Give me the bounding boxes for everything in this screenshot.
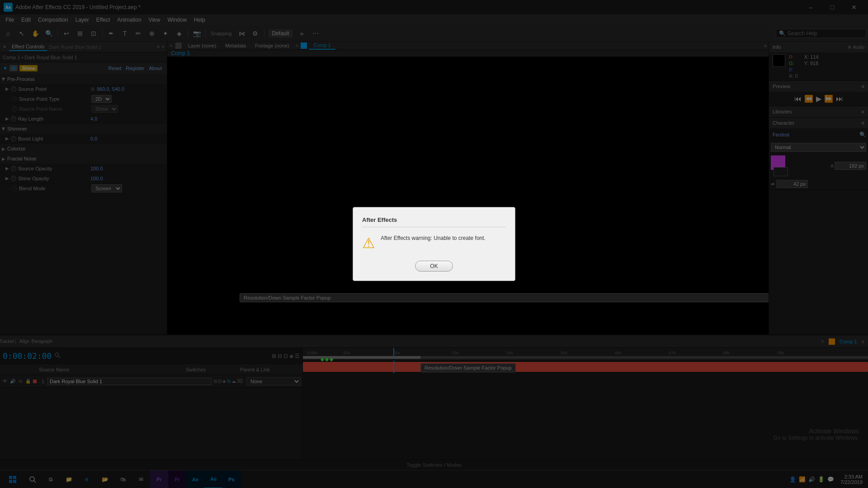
- workspace-selector[interactable]: Default: [269, 29, 293, 38]
- snap-opt[interactable]: ⚙: [249, 27, 262, 40]
- menu-layer[interactable]: Layer: [72, 14, 93, 25]
- audio-icon[interactable]: 🔊: [9, 378, 16, 385]
- solo-icon[interactable]: ⊙: [17, 378, 24, 385]
- text-tool[interactable]: T: [118, 27, 131, 40]
- boost-light-stopwatch[interactable]: ⏱: [11, 136, 16, 141]
- boost-light-arrow[interactable]: ▶: [5, 136, 9, 141]
- timecode-display[interactable]: 0:00:02:00: [3, 351, 52, 361]
- tools-overflow[interactable]: ⋯: [309, 27, 322, 40]
- tab-layer[interactable]: Layer (none): [184, 42, 221, 50]
- stroke-color-swatch[interactable]: [774, 167, 788, 176]
- pre-process-section[interactable]: ▶ Pre-Process: [0, 74, 167, 84]
- mail-icon[interactable]: ✉: [132, 470, 150, 488]
- shine-opacity-value[interactable]: 100.0: [90, 176, 165, 181]
- maximize-button[interactable]: □: [822, 0, 843, 14]
- step-forward-btn[interactable]: ⏩: [824, 94, 833, 103]
- ray-length-stopwatch[interactable]: ⏱: [11, 116, 16, 122]
- new-comp-icon[interactable]: ⊞: [272, 353, 276, 359]
- font-search-icon[interactable]: 🔍: [859, 131, 866, 138]
- source-point-value[interactable]: 960.0, 540.0: [97, 86, 165, 92]
- shimmer-section[interactable]: ▶ Shimmer: [0, 124, 167, 134]
- font-name-label[interactable]: Ferdost: [771, 130, 791, 139]
- about-button[interactable]: About: [146, 65, 164, 71]
- task-view-icon[interactable]: ⧉: [42, 470, 60, 488]
- tab-comp[interactable]: Comp 1: [309, 42, 335, 50]
- parent-dropdown[interactable]: None: [246, 377, 301, 385]
- timeline-comp-tab[interactable]: Comp 1: [840, 339, 857, 344]
- home-tool[interactable]: ⌂: [2, 27, 14, 40]
- src-opacity-arrow[interactable]: ▶: [5, 166, 9, 171]
- tab-footage[interactable]: Footage (none): [250, 42, 293, 50]
- ray-length-arrow[interactable]: ▶: [5, 116, 9, 121]
- ray-length-value[interactable]: 4.0: [90, 116, 165, 122]
- start-button[interactable]: [2, 470, 24, 488]
- minimize-button[interactable]: ‒: [800, 0, 821, 14]
- source-point-type-dropdown[interactable]: 2D 3D: [91, 95, 112, 103]
- src-opacity-stopwatch[interactable]: ⏱: [11, 166, 16, 171]
- snap-tool[interactable]: ⊞: [74, 27, 86, 40]
- shape-tool[interactable]: ◈: [173, 27, 185, 40]
- audio-label[interactable]: Audio: [853, 45, 864, 50]
- 3d-switch[interactable]: 3D: [237, 379, 243, 384]
- panel-menu-icon[interactable]: ≡: [157, 44, 160, 49]
- graph-editor-icon[interactable]: ☰: [295, 353, 300, 359]
- explorer-icon[interactable]: 📁: [60, 470, 78, 488]
- source-opacity-value[interactable]: 100.0: [90, 166, 165, 171]
- skip-start-btn[interactable]: ⏮: [794, 95, 802, 103]
- search-input[interactable]: [788, 30, 860, 37]
- source-point-stopwatch[interactable]: ⏱: [11, 86, 16, 92]
- timeline-menu[interactable]: ≡: [862, 339, 864, 344]
- ps-icon[interactable]: Ps: [222, 470, 241, 488]
- font-size-input[interactable]: [835, 162, 866, 170]
- search-tb-icon[interactable]: [24, 470, 42, 488]
- composition-view[interactable]: [167, 57, 769, 334]
- select-tool[interactable]: ↖: [15, 27, 28, 40]
- comp-flow-icon[interactable]: ⊟: [278, 353, 282, 359]
- window-controls[interactable]: ‒ □ ✕: [800, 0, 864, 14]
- lock-icon[interactable]: 🔒: [25, 378, 31, 385]
- skip-end-btn[interactable]: ⏭: [836, 95, 843, 103]
- close-panel-icon[interactable]: ✕: [3, 44, 6, 49]
- tab-metadata[interactable]: Metadata: [221, 42, 250, 50]
- motion-blur-icon[interactable]: ◈: [289, 353, 293, 359]
- menu-file[interactable]: File: [2, 14, 18, 25]
- register-button[interactable]: Register: [123, 65, 146, 71]
- bm-stopwatch[interactable]: ⏱: [12, 186, 17, 191]
- info-menu[interactable]: ≡: [848, 44, 851, 50]
- shine-opacity-arrow[interactable]: ▶: [5, 176, 9, 181]
- comp-subtab-label[interactable]: Comp 1: [171, 50, 190, 56]
- menu-effect[interactable]: Effect: [93, 14, 113, 25]
- sound-icon[interactable]: 🔊: [808, 476, 815, 483]
- align-tab[interactable]: Align: [21, 338, 28, 345]
- search-layer-icon[interactable]: [54, 352, 61, 360]
- shy-switch[interactable]: ⊟: [213, 379, 217, 384]
- paragraph-tab[interactable]: Paragraph: [39, 338, 45, 345]
- eye-icon[interactable]: 👁: [2, 378, 8, 385]
- menu-animation[interactable]: Animation: [113, 14, 145, 25]
- collapse-arrow[interactable]: ▼: [3, 66, 8, 71]
- panel-menu-center[interactable]: ≡: [764, 43, 767, 48]
- collapse-switch[interactable]: ⊡: [218, 379, 222, 384]
- fx-switch[interactable]: fx: [227, 379, 231, 384]
- layer-color-chip[interactable]: [33, 380, 37, 383]
- folder-icon[interactable]: 📂: [96, 470, 114, 488]
- crosshair-icon[interactable]: ⊕: [90, 86, 95, 92]
- menu-view[interactable]: View: [145, 14, 164, 25]
- source-point-arrow[interactable]: ▶: [5, 86, 9, 91]
- close-comp-icon[interactable]: ✕: [295, 43, 299, 48]
- ae-active-icon[interactable]: Ae: [204, 470, 222, 488]
- preview-menu[interactable]: ≡: [862, 84, 864, 89]
- playhead-ruler[interactable]: [393, 348, 394, 358]
- edge-icon[interactable]: e: [78, 470, 96, 488]
- menu-window[interactable]: Window: [164, 14, 190, 25]
- layer-track-bar[interactable]: [303, 362, 868, 372]
- timeline-track[interactable]: 0:00s 01s 02s 03s 04s 05s 06s 07s 08s 09…: [303, 348, 868, 459]
- panel-expand-icon[interactable]: »: [161, 44, 164, 49]
- libraries-menu[interactable]: ≡: [862, 109, 864, 114]
- layer-name-field[interactable]: [47, 378, 212, 385]
- menu-edit[interactable]: Edit: [18, 14, 34, 25]
- quality-switch[interactable]: ◈: [222, 379, 226, 384]
- colorize-section[interactable]: ▶ Colorize: [0, 144, 167, 154]
- store-icon[interactable]: 🛍: [114, 470, 132, 488]
- zoom-tool[interactable]: 🔍: [42, 27, 55, 40]
